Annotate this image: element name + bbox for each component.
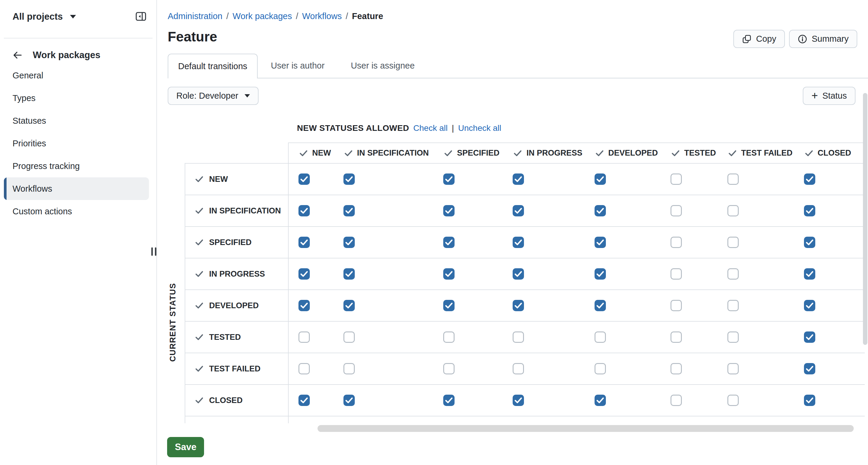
- transition-checkbox-tested-to-tested[interactable]: [671, 331, 682, 343]
- transition-checkbox-in-specification-to-closed[interactable]: [804, 205, 815, 216]
- transition-checkbox-closed-to-developed[interactable]: [594, 395, 606, 406]
- add-status-button[interactable]: + Status: [803, 87, 856, 105]
- breadcrumb-link-work-packages[interactable]: Work packages: [232, 11, 292, 21]
- tab-user-is-author[interactable]: User is author: [258, 54, 338, 78]
- project-selector[interactable]: All projects: [12, 11, 76, 23]
- matrix-cell: [661, 416, 718, 423]
- sidebar-item-progress-tracking[interactable]: Progress tracking: [4, 155, 149, 177]
- transition-checkbox-developed-to-in-progress[interactable]: [513, 300, 524, 311]
- tab-default-transitions[interactable]: Default transitions: [168, 54, 258, 78]
- transition-checkbox-new-to-tested[interactable]: [671, 173, 682, 185]
- transition-checkbox-closed-to-in-specification[interactable]: [343, 395, 355, 406]
- transition-checkbox-in-progress-to-specified[interactable]: [443, 268, 455, 280]
- transition-checkbox-in-specification-to-specified[interactable]: [443, 205, 455, 216]
- transition-checkbox-closed-to-specified[interactable]: [443, 395, 455, 406]
- transition-checkbox-test-failed-to-tested[interactable]: [671, 363, 682, 374]
- back-arrow-icon[interactable]: [12, 50, 23, 60]
- uncheck-all-link[interactable]: Uncheck all: [458, 123, 501, 133]
- transition-checkbox-tested-to-closed[interactable]: [804, 331, 815, 343]
- sidebar-item-types[interactable]: Types: [4, 87, 149, 109]
- horizontal-scrollbar-thumb[interactable]: [317, 425, 854, 432]
- new-statuses-allowed-label: NEW STATUSES ALLOWED: [297, 123, 409, 133]
- transition-checkbox-in-specification-to-test-failed[interactable]: [727, 205, 739, 216]
- transition-checkbox-tested-to-in-progress[interactable]: [513, 331, 524, 343]
- transition-checkbox-new-to-closed[interactable]: [804, 173, 815, 185]
- transition-checkbox-in-specification-to-developed[interactable]: [594, 205, 606, 216]
- transition-checkbox-developed-to-new[interactable]: [299, 300, 310, 311]
- transition-checkbox-in-specification-to-new[interactable]: [299, 205, 310, 216]
- transition-checkbox-developed-to-test-failed[interactable]: [727, 300, 739, 311]
- transition-checkbox-developed-to-closed[interactable]: [804, 300, 815, 311]
- transition-checkbox-developed-to-in-specification[interactable]: [343, 300, 355, 311]
- transition-checkbox-test-failed-to-closed[interactable]: [804, 363, 815, 374]
- transition-checkbox-tested-to-specified[interactable]: [443, 331, 455, 343]
- sidebar-resize-handle[interactable]: [150, 248, 158, 256]
- transition-checkbox-specified-to-closed[interactable]: [804, 237, 815, 248]
- transition-checkbox-developed-to-tested[interactable]: [671, 300, 682, 311]
- sidebar-item-custom-actions[interactable]: Custom actions: [4, 200, 149, 223]
- transition-checkbox-test-failed-to-in-progress[interactable]: [513, 363, 524, 374]
- transition-checkbox-new-to-specified[interactable]: [443, 173, 455, 185]
- transition-checkbox-specified-to-in-specification[interactable]: [343, 237, 355, 248]
- summary-button[interactable]: Summary: [789, 30, 857, 48]
- transition-checkbox-closed-to-closed[interactable]: [804, 395, 815, 406]
- tab-user-is-assignee[interactable]: User is assignee: [338, 54, 428, 78]
- transition-checkbox-closed-to-test-failed[interactable]: [727, 395, 739, 406]
- transition-checkbox-in-progress-to-test-failed[interactable]: [727, 268, 739, 280]
- collapse-sidebar-button[interactable]: [135, 10, 147, 23]
- transition-checkbox-in-progress-to-closed[interactable]: [804, 268, 815, 280]
- breadcrumb-link-workflows[interactable]: Workflows: [302, 11, 342, 21]
- vertical-scrollbar-thumb[interactable]: [863, 93, 867, 345]
- transition-checkbox-in-progress-to-developed[interactable]: [594, 268, 606, 280]
- transition-checkbox-tested-to-in-specification[interactable]: [343, 331, 355, 343]
- transition-checkbox-test-failed-to-test-failed[interactable]: [727, 363, 739, 374]
- transition-checkbox-specified-to-tested[interactable]: [671, 237, 682, 248]
- transition-checkbox-tested-to-test-failed[interactable]: [727, 331, 739, 343]
- transition-checkbox-in-progress-to-new[interactable]: [299, 268, 310, 280]
- transition-checkbox-closed-to-in-progress[interactable]: [513, 395, 524, 406]
- workflow-transition-table: NEWIN SPECIFICATIONSPECIFIEDIN PROGRESSD…: [185, 143, 865, 423]
- transition-checkbox-test-failed-to-specified[interactable]: [443, 363, 455, 374]
- transition-checkbox-tested-to-developed[interactable]: [594, 331, 606, 343]
- transition-checkbox-in-progress-to-in-specification[interactable]: [343, 268, 355, 280]
- role-filter-button[interactable]: Role: Developer: [168, 87, 258, 105]
- transition-checkbox-new-to-developed[interactable]: [594, 173, 606, 185]
- transition-checkbox-closed-to-tested[interactable]: [671, 395, 682, 406]
- matrix-cell: [433, 321, 503, 353]
- transition-checkbox-closed-to-new[interactable]: [299, 395, 310, 406]
- transition-checkbox-in-specification-to-in-progress[interactable]: [513, 205, 524, 216]
- column-header-label: SPECIFIED: [457, 148, 499, 158]
- transition-checkbox-developed-to-developed[interactable]: [594, 300, 606, 311]
- transition-checkbox-specified-to-test-failed[interactable]: [727, 237, 739, 248]
- matrix-cell: [794, 227, 865, 258]
- sidebar-item-workflows[interactable]: Workflows: [4, 177, 149, 200]
- check-all-link[interactable]: Check all: [413, 123, 448, 133]
- transition-checkbox-developed-to-specified[interactable]: [443, 300, 455, 311]
- row-header-closed: CLOSED: [185, 384, 288, 416]
- transition-checkbox-in-specification-to-tested[interactable]: [671, 205, 682, 216]
- transition-checkbox-in-specification-to-in-specification[interactable]: [343, 205, 355, 216]
- copy-button[interactable]: Copy: [733, 30, 785, 48]
- transition-checkbox-test-failed-to-new[interactable]: [299, 363, 310, 374]
- transition-checkbox-in-progress-to-tested[interactable]: [671, 268, 682, 280]
- sidebar-item-general[interactable]: General: [4, 64, 149, 87]
- breadcrumb-separator: /: [296, 11, 298, 21]
- transition-checkbox-specified-to-specified[interactable]: [443, 237, 455, 248]
- transition-checkbox-new-to-new[interactable]: [299, 173, 310, 185]
- sidebar-item-statuses[interactable]: Statuses: [4, 109, 149, 132]
- transition-checkbox-new-to-in-specification[interactable]: [343, 173, 355, 185]
- transition-checkbox-tested-to-new[interactable]: [299, 331, 310, 343]
- breadcrumb-link-administration[interactable]: Administration: [168, 11, 222, 21]
- save-button[interactable]: Save: [167, 437, 204, 457]
- matrix-cell: [585, 227, 661, 258]
- sidebar-item-priorities[interactable]: Priorities: [4, 132, 149, 155]
- transition-checkbox-specified-to-in-progress[interactable]: [513, 237, 524, 248]
- transition-checkbox-new-to-in-progress[interactable]: [513, 173, 524, 185]
- transition-checkbox-specified-to-new[interactable]: [299, 237, 310, 248]
- transition-checkbox-new-to-test-failed[interactable]: [727, 173, 739, 185]
- check-icon: [804, 148, 814, 158]
- transition-checkbox-test-failed-to-developed[interactable]: [594, 363, 606, 374]
- transition-checkbox-test-failed-to-in-specification[interactable]: [343, 363, 355, 374]
- transition-checkbox-specified-to-developed[interactable]: [594, 237, 606, 248]
- transition-checkbox-in-progress-to-in-progress[interactable]: [513, 268, 524, 280]
